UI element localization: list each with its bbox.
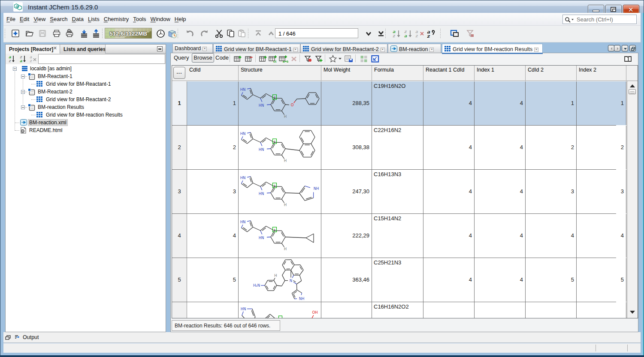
tree-item-label[interactable]: BM-Reactant-2 [38,89,73,95]
cell-structure[interactable]: HNHNH4 [239,126,321,169]
cell-cdid2[interactable]: 2 [526,126,577,169]
export-button[interactable] [91,29,101,38]
menu-tools[interactable]: Tools [131,13,148,25]
cell-structure[interactable]: HNHNH4NH [239,170,321,213]
column-header-reactant-1-cdid[interactable]: Reactant 1 CdId [423,66,475,81]
grid-row-5[interactable]: 55H₂NHNNH363,46C25H21N34455 [172,258,616,302]
column-header-cdid[interactable]: CdId [187,66,239,81]
tab-close-icon[interactable]: ✕ [203,47,207,51]
add-field-button[interactable] [259,54,267,63]
menu-search[interactable]: Search [48,13,70,25]
cell-formula[interactable]: C22H16N2 [372,126,423,169]
edit-query-button[interactable] [304,54,312,63]
doc-tab-bm-reaction[interactable]: BM-reaction✕ [388,44,441,53]
grid-row-3[interactable]: 33HNHNH4NH247,30C16H13N34433 [172,170,616,214]
tab-projects[interactable]: Projects [Reactor]✕ [6,45,60,54]
tree-item-readme-html[interactable]: README.html [6,126,166,134]
export-view-button[interactable] [371,54,379,63]
undo-button[interactable] [185,29,194,38]
cell-index2[interactable]: 4 [577,214,626,258]
tree-item-grid-view-bm-reactant-1[interactable]: Grid view for BM-Reactant-1 [6,80,166,88]
column-header-formula[interactable]: Formula [372,66,423,81]
copy-button[interactable] [226,29,235,38]
restore-button[interactable] [605,5,622,14]
row-header[interactable]: 5 [172,258,187,302]
cell-r1cdid[interactable]: 4 [423,258,475,302]
cell-cdid[interactable]: 5 [187,258,239,302]
cell-cdid2[interactable]: 5 [526,258,577,302]
scrollbar-thumb[interactable] [629,89,636,94]
cell-cdid[interactable]: 1 [187,81,239,125]
tab-list-dropdown-button[interactable] [622,45,628,51]
cell-r1cdid[interactable]: 4 [423,126,475,169]
row-header[interactable]: 2 [172,126,187,169]
mode-browse-button[interactable]: Browse [192,53,214,63]
tree-item-localdb[interactable]: localdb [as admin] [6,65,166,72]
row-header[interactable]: 4 [172,214,187,258]
cell-index2[interactable]: 5 [577,258,626,302]
doc-tab-grid-view-bm-reactant-1[interactable]: Grid view for BM-Reactant-1✕ [213,44,300,53]
tree-item-bm-reactant-1[interactable]: BM-Reactant-1 [6,72,166,80]
collapse-toggle[interactable] [21,90,25,94]
cell-cdid2[interactable] [526,302,577,318]
vertical-scrollbar[interactable] [627,81,638,318]
paste-button[interactable] [237,29,246,38]
insert-row-button[interactable] [233,54,242,63]
cell-mw[interactable]: 288,35 [321,81,372,125]
cell-formula[interactable]: C16H13N3 [372,170,423,213]
add-to-query-button[interactable] [314,54,323,63]
output-window-icon[interactable] [15,335,21,340]
cell-cdid2[interactable]: 1 [526,81,577,125]
doc-tab-dashboard[interactable]: Dashboard✕ [172,44,213,53]
scroll-tabs-left-button[interactable] [608,45,614,51]
menu-window[interactable]: Window [148,13,172,25]
mode-code-button[interactable]: Code [215,54,229,61]
menu-help[interactable]: Help [172,13,188,25]
cell-structure[interactable]: H₂NHNNH [239,258,321,302]
collapse-toggle[interactable] [21,105,25,109]
layout-button[interactable] [360,54,368,63]
sort-az-icon[interactable]: az [8,55,17,63]
tab-close-icon[interactable]: ✕ [429,48,434,52]
tree-item-bm-reaction-results[interactable]: BM-reaction Results [6,103,166,111]
cell-r1cdid[interactable]: 4 [423,214,475,258]
cell-mw[interactable]: 222,29 [321,214,372,258]
tree-item-bm-reaction-xml[interactable]: BM-reaction.xml [6,119,166,126]
menu-chemistry[interactable]: Chemistry [102,13,131,25]
cell-formula[interactable]: C19H16N2O [372,81,423,125]
last-record-button[interactable] [376,29,386,38]
tree-item-label[interactable]: localdb [as admin] [30,66,72,72]
delete-row-button[interactable] [245,54,253,63]
cell-formula[interactable]: C16H16N2O2 [372,302,423,318]
sort-advanced-button[interactable]: az [426,29,436,38]
next-record-button[interactable] [364,29,373,38]
mode-query-button[interactable]: Query [174,54,189,61]
close-button[interactable]: ✕ [623,5,639,14]
collapse-toggle[interactable] [21,75,25,78]
restore-group-icon[interactable] [5,335,11,340]
row-header[interactable]: 3 [172,170,187,213]
doc-tab-grid-view-bm-reaction-results[interactable]: Grid view for BM-reaction Results✕ [442,44,543,53]
cell-cdid[interactable]: 2 [187,126,239,169]
grid-row-1[interactable]: 11HNHNH4O288,35C19H16N2O4411 [172,81,616,126]
tree-item-label[interactable]: BM-reaction Results [38,104,84,110]
cell-index1[interactable]: 4 [475,126,526,169]
cell-mw[interactable] [321,302,372,318]
sort-za-icon[interactable]: za [19,55,28,63]
cell-index2[interactable] [577,302,626,318]
menu-edit[interactable]: Edit [18,13,31,25]
tree-item-label[interactable]: README.html [29,127,62,133]
scroll-tabs-right-button[interactable] [614,45,620,51]
tree-item-label[interactable]: Grid view for BM-Reactant-1 [46,81,111,87]
sort-clear-button[interactable]: az [415,29,424,38]
cell-index1[interactable] [475,302,526,318]
cell-structure[interactable]: HNOH [239,302,321,318]
menu-data[interactable]: Data [70,13,86,25]
new-button[interactable] [11,29,20,38]
quick-search-input[interactable]: Search (Ctrl+I) [562,15,637,24]
cell-index1[interactable]: 4 [475,258,526,302]
column-header-mol-weight[interactable]: Mol Weight [321,66,372,81]
minimize-button[interactable] [588,5,604,14]
save-button[interactable] [38,29,47,38]
cell-index1[interactable]: 4 [475,170,526,213]
